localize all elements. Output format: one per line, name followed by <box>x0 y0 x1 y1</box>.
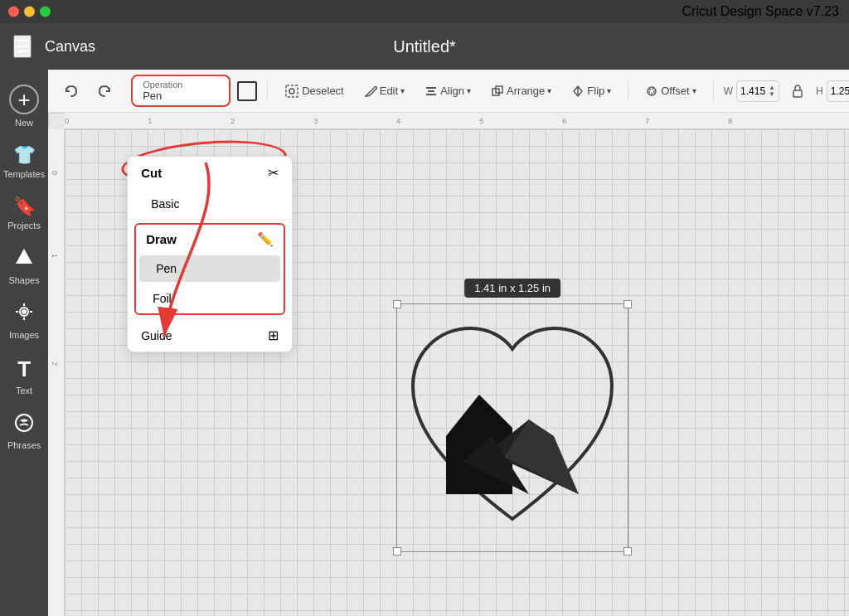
svg-marker-0 <box>16 249 32 264</box>
pen-label: Pen <box>156 262 177 275</box>
main-layout: + New 👕 Templates 🔖 Projects Shapes Imag… <box>0 70 849 616</box>
width-arrows: ▲ ▼ <box>769 85 775 98</box>
operation-value: Pen <box>143 90 162 102</box>
shape-toggle-button[interactable] <box>237 81 257 101</box>
undo-button[interactable] <box>58 78 85 104</box>
ruler-mark-4: 4 <box>396 117 400 125</box>
sidebar-label-phrases: Phrases <box>7 440 41 450</box>
templates-icon: 👕 <box>13 144 36 166</box>
foil-label: Foil <box>153 292 172 305</box>
svg-point-17 <box>649 89 654 94</box>
sidebar-label-new: New <box>15 118 33 128</box>
sidebar-item-projects[interactable]: 🔖 Projects <box>0 187 48 239</box>
ruler-left: 0 1 2 <box>48 129 65 616</box>
sidebar-item-templates[interactable]: 👕 Templates <box>0 136 48 187</box>
sidebar-item-shapes[interactable]: Shapes <box>0 239 48 293</box>
sidebar-item-phrases[interactable]: Phrases <box>0 404 48 458</box>
height-input-group: H 1.25 ▲ ▼ <box>816 80 849 102</box>
draw-label: Draw <box>146 232 177 246</box>
selection-box <box>396 303 628 552</box>
width-down-arrow[interactable]: ▼ <box>769 91 775 98</box>
toolbar: Operation Pen Deselect Edit ▾ Align <box>48 70 849 113</box>
sidebar-label-shapes: Shapes <box>8 275 39 285</box>
toolbar-separator-3 <box>713 81 714 101</box>
height-label: H <box>816 85 823 97</box>
dropdown-divider-1 <box>128 219 292 220</box>
ruler-side-mark-0: 0 <box>51 171 59 175</box>
offset-button[interactable]: Offset ▾ <box>638 81 702 101</box>
width-input[interactable]: 1.415 ▲ ▼ <box>736 80 779 102</box>
toolbar-separator-1 <box>267 81 268 101</box>
ruler-mark-7: 7 <box>645 117 649 125</box>
svg-point-7 <box>16 415 32 431</box>
operation-dropdown-menu: Cut ✂ Basic Draw ✏️ Pen <box>127 156 293 352</box>
dropdown-item-basic[interactable]: Basic <box>128 189 292 219</box>
dimension-badge: 1.41 in x 1.25 in <box>464 279 560 298</box>
toolbar-separator-2 <box>628 81 628 101</box>
app-header: ☰ Canvas Untitled* <box>0 23 849 70</box>
svg-point-9 <box>289 89 294 94</box>
maximize-button[interactable] <box>40 7 51 17</box>
minimize-button[interactable] <box>24 7 35 17</box>
height-input[interactable]: 1.25 ▲ ▼ <box>827 80 849 102</box>
ruler-top: 0 1 2 3 4 5 6 7 8 <box>65 113 849 129</box>
sidebar-label-images: Images <box>9 330 39 340</box>
traffic-lights <box>8 7 51 17</box>
canvas-label: Canvas <box>45 38 95 56</box>
ruler-mark-3: 3 <box>313 117 318 125</box>
align-label: Align <box>440 85 464 97</box>
align-button[interactable]: Align ▾ <box>418 81 478 101</box>
ruler-mark-5: 5 <box>479 117 483 125</box>
width-input-group: W 1.415 ▲ ▼ <box>724 80 779 102</box>
edit-label: Edit <box>380 85 398 97</box>
canvas-area[interactable]: 0 1 2 3 4 5 6 7 8 0 1 2 1.41 in x 1.25 i… <box>48 113 849 616</box>
align-chevron: ▾ <box>467 86 471 95</box>
dropdown-item-pen[interactable]: Pen <box>139 255 280 282</box>
projects-icon: 🔖 <box>13 196 36 217</box>
handle-top-left[interactable] <box>393 300 401 308</box>
arrange-button[interactable]: Arrange ▾ <box>484 81 558 101</box>
offset-label: Offset <box>661 85 689 97</box>
lock-icon[interactable] <box>786 80 809 103</box>
app-title: Cricut Design Space v7.23 <box>682 4 839 19</box>
basic-label: Basic <box>151 197 179 211</box>
svg-rect-18 <box>793 90 802 97</box>
ruler-side-mark-1: 1 <box>51 254 59 258</box>
edit-chevron: ▾ <box>400 86 405 95</box>
handle-bottom-left[interactable] <box>393 547 401 555</box>
sidebar-label-text: Text <box>16 386 32 395</box>
deselect-label: Deselect <box>302 85 344 97</box>
deselect-button[interactable]: Deselect <box>278 80 351 102</box>
dropdown-item-guide[interactable]: Guide ⊞ <box>128 319 292 352</box>
redo-button[interactable] <box>91 78 118 104</box>
close-button[interactable] <box>8 7 19 17</box>
sidebar-label-projects: Projects <box>7 221 41 230</box>
heart-container[interactable]: 1.41 in x 1.25 in <box>396 303 628 552</box>
ruler-side-mark-2: 2 <box>51 361 59 366</box>
svg-rect-12 <box>426 94 436 95</box>
draw-header: Draw ✏️ <box>136 225 284 254</box>
handle-top-right[interactable] <box>623 300 632 308</box>
flip-label: Flip <box>587 85 604 97</box>
operation-dropdown-trigger[interactable]: Operation Pen <box>131 75 230 107</box>
handle-bottom-right[interactable] <box>623 547 632 555</box>
text-icon: T <box>17 357 31 382</box>
dropdown-item-cut[interactable]: Cut ✂ <box>128 157 292 189</box>
edit-button[interactable]: Edit ▾ <box>357 81 411 101</box>
svg-point-2 <box>22 310 26 313</box>
document-title: Untitled* <box>393 37 456 56</box>
width-label: W <box>724 85 733 97</box>
guide-icon: ⊞ <box>268 327 279 343</box>
title-bar: Cricut Design Space v7.23 <box>0 0 849 23</box>
sidebar-item-text[interactable]: T Text <box>0 348 48 404</box>
operation-label: Operation <box>143 80 182 90</box>
dropdown-item-foil[interactable]: Foil <box>136 284 284 313</box>
draw-pencil-icon: ✏️ <box>257 231 274 247</box>
hamburger-button[interactable]: ☰ <box>13 35 32 58</box>
svg-rect-8 <box>286 85 298 97</box>
flip-button[interactable]: Flip ▾ <box>565 81 618 101</box>
draw-section: Draw ✏️ Pen Foil <box>134 223 285 315</box>
ruler-mark-8: 8 <box>728 117 732 125</box>
sidebar-item-new[interactable]: + New <box>0 76 48 136</box>
sidebar-item-images[interactable]: Images <box>0 293 48 348</box>
